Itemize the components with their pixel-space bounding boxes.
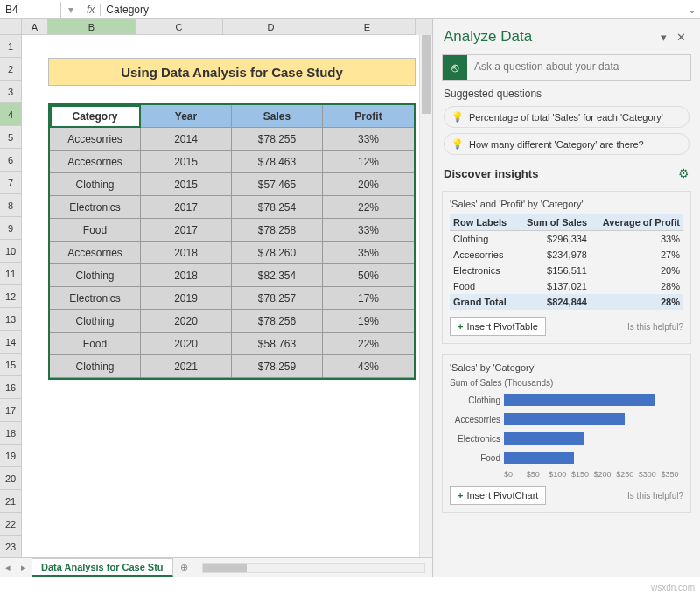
formula-input[interactable]: Category bbox=[101, 2, 684, 18]
ask-question-box[interactable]: ⎋ Ask a question about your data bbox=[442, 54, 691, 81]
table-cell[interactable]: Food bbox=[50, 333, 141, 355]
row-header[interactable]: 20 bbox=[0, 467, 22, 490]
add-sheet-icon[interactable]: ⊕ bbox=[173, 562, 195, 573]
row-header[interactable]: 7 bbox=[0, 172, 22, 194]
row-header[interactable]: 12 bbox=[0, 285, 22, 308]
row-header[interactable]: 5 bbox=[0, 126, 22, 149]
table-cell[interactable]: 35% bbox=[323, 242, 414, 264]
insert-pivotchart-button[interactable]: +Insert PivotChart bbox=[450, 486, 546, 505]
table-header-sales[interactable]: Sales bbox=[232, 105, 323, 128]
row-header[interactable]: 6 bbox=[0, 149, 22, 172]
expand-formula-icon[interactable]: ⌄ bbox=[684, 4, 700, 16]
table-header-year[interactable]: Year bbox=[141, 105, 232, 128]
gear-icon[interactable]: ⚙ bbox=[678, 166, 690, 180]
name-box[interactable]: B4 bbox=[0, 2, 61, 18]
table-cell[interactable]: Clothing bbox=[50, 355, 141, 378]
helpful-link[interactable]: Is this helpful? bbox=[553, 322, 683, 332]
row-header[interactable]: 10 bbox=[0, 240, 22, 263]
horizontal-scrollbar[interactable] bbox=[202, 563, 425, 573]
table-cell[interactable]: 33% bbox=[323, 219, 414, 242]
row-header[interactable]: 23 bbox=[0, 536, 22, 557]
scrollbar-thumb[interactable] bbox=[203, 564, 247, 572]
fx-label[interactable]: fx bbox=[81, 4, 101, 16]
table-header-profit[interactable]: Profit bbox=[323, 105, 414, 128]
tab-nav-next-icon[interactable]: ▸ bbox=[16, 562, 32, 573]
close-icon[interactable]: ✕ bbox=[672, 31, 690, 44]
vertical-scrollbar[interactable] bbox=[419, 35, 432, 557]
table-cell[interactable]: $78,258 bbox=[232, 219, 323, 242]
row-header[interactable]: 9 bbox=[0, 217, 22, 240]
table-cell[interactable]: 50% bbox=[323, 264, 414, 287]
row-header[interactable]: 18 bbox=[0, 422, 22, 445]
table-cell[interactable]: 2020 bbox=[141, 310, 232, 333]
table-cell[interactable]: $78,255 bbox=[232, 128, 323, 151]
row-header[interactable]: 16 bbox=[0, 376, 22, 399]
scrollbar-thumb[interactable] bbox=[422, 35, 431, 114]
tab-nav-prev-icon[interactable]: ◂ bbox=[0, 562, 16, 573]
table-cell[interactable]: Electronics bbox=[50, 196, 141, 219]
table-cell[interactable]: 2021 bbox=[141, 355, 232, 378]
col-header-C[interactable]: C bbox=[136, 19, 223, 35]
table-cell[interactable]: 12% bbox=[323, 151, 414, 173]
table-cell[interactable]: 2018 bbox=[141, 242, 232, 264]
col-header-B[interactable]: B bbox=[48, 19, 136, 35]
table-cell[interactable]: 2019 bbox=[141, 287, 232, 310]
row-header[interactable]: 2 bbox=[0, 58, 22, 81]
table-cell[interactable]: 2017 bbox=[141, 219, 232, 242]
row-header[interactable]: 3 bbox=[0, 81, 22, 103]
col-header-D[interactable]: D bbox=[223, 19, 319, 35]
suggestion-chip[interactable]: 💡How many different 'Category' are there… bbox=[444, 133, 690, 155]
table-cell[interactable]: 2015 bbox=[141, 151, 232, 173]
sheet-tab-active[interactable]: Data Analysis for Case Stu bbox=[32, 558, 173, 577]
table-cell[interactable]: Food bbox=[50, 219, 141, 242]
table-cell[interactable]: Accesorries bbox=[50, 242, 141, 264]
row-header[interactable]: 4 bbox=[0, 103, 22, 126]
row-header[interactable]: 14 bbox=[0, 331, 22, 354]
table-cell[interactable]: $78,463 bbox=[232, 151, 323, 173]
table-cell[interactable]: Clothing bbox=[50, 173, 141, 196]
table-cell[interactable]: 20% bbox=[323, 173, 414, 196]
row-header[interactable]: 11 bbox=[0, 263, 22, 285]
table-cell[interactable]: $57,465 bbox=[232, 173, 323, 196]
col-header-A[interactable]: A bbox=[22, 19, 48, 35]
table-cell[interactable]: $78,254 bbox=[232, 196, 323, 219]
table-cell[interactable]: Accesorries bbox=[50, 128, 141, 151]
table-cell[interactable]: $78,259 bbox=[232, 355, 323, 378]
col-header-E[interactable]: E bbox=[319, 19, 416, 35]
data-table[interactable]: Category Year Sales Profit Accesorries20… bbox=[48, 103, 416, 380]
row-header[interactable]: 13 bbox=[0, 308, 22, 331]
table-cell[interactable]: 2014 bbox=[141, 128, 232, 151]
row-header[interactable]: 19 bbox=[0, 445, 22, 467]
dropdown-icon[interactable]: ▾ bbox=[68, 4, 74, 16]
table-cell[interactable]: Clothing bbox=[50, 264, 141, 287]
row-header[interactable]: 17 bbox=[0, 399, 22, 422]
select-all-corner[interactable] bbox=[0, 19, 22, 35]
table-cell[interactable]: 2015 bbox=[141, 173, 232, 196]
table-header-category[interactable]: Category bbox=[50, 105, 141, 128]
row-header[interactable]: 21 bbox=[0, 490, 22, 513]
row-header[interactable]: 8 bbox=[0, 194, 22, 217]
table-cell[interactable]: 43% bbox=[323, 355, 414, 378]
table-cell[interactable]: $78,257 bbox=[232, 287, 323, 310]
table-cell[interactable]: 19% bbox=[323, 310, 414, 333]
table-cell[interactable]: $78,256 bbox=[232, 310, 323, 333]
table-cell[interactable]: 33% bbox=[323, 128, 414, 151]
row-header[interactable]: 1 bbox=[0, 35, 22, 58]
table-cell[interactable]: 17% bbox=[323, 287, 414, 310]
table-cell[interactable]: 22% bbox=[323, 333, 414, 355]
helpful-link[interactable]: Is this helpful? bbox=[553, 491, 683, 501]
ask-input[interactable]: Ask a question about your data bbox=[467, 55, 690, 80]
table-cell[interactable]: $82,354 bbox=[232, 264, 323, 287]
suggestion-chip[interactable]: 💡Percentage of total 'Sales' for each 'C… bbox=[444, 106, 690, 128]
table-cell[interactable]: 2018 bbox=[141, 264, 232, 287]
table-cell[interactable]: $78,260 bbox=[232, 242, 323, 264]
table-cell[interactable]: Clothing bbox=[50, 310, 141, 333]
row-header[interactable]: 15 bbox=[0, 354, 22, 376]
table-cell[interactable]: 22% bbox=[323, 196, 414, 219]
table-cell[interactable]: 2020 bbox=[141, 333, 232, 355]
row-header[interactable]: 22 bbox=[0, 513, 22, 536]
table-cell[interactable]: $58,763 bbox=[232, 333, 323, 355]
table-cell[interactable]: 2017 bbox=[141, 196, 232, 219]
insert-pivottable-button[interactable]: +Insert PivotTable bbox=[450, 317, 546, 336]
table-cell[interactable]: Accesorries bbox=[50, 151, 141, 173]
